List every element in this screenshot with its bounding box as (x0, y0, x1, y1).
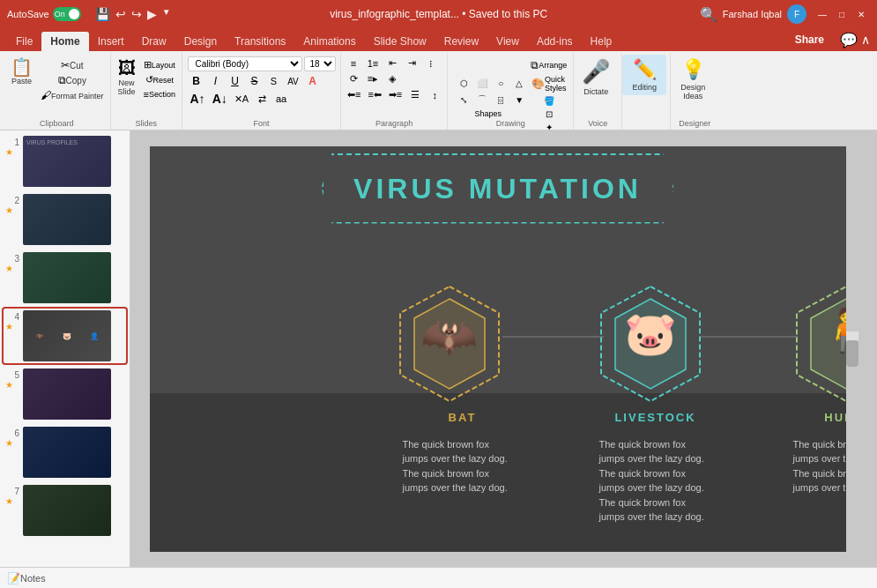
smart-art-button[interactable]: ◈ (383, 72, 401, 86)
autosave-toggle[interactable]: On (53, 7, 81, 21)
quick-styles-button[interactable]: 🎨 QuickStyles (528, 74, 569, 93)
maximize-button[interactable]: □ (833, 5, 851, 23)
layout-button[interactable]: ⊞ Layout (141, 58, 178, 71)
autosave-knob (69, 9, 79, 19)
shapes-label: Shapes (475, 109, 502, 118)
tab-view[interactable]: View (487, 32, 528, 51)
section-button[interactable]: ≡ Section (141, 88, 178, 100)
tab-file[interactable]: File (7, 32, 41, 51)
reset-button[interactable]: ↺ Reset (141, 73, 178, 86)
cut-button[interactable]: ✂ Cut (38, 58, 107, 72)
share-button[interactable]: Share (786, 30, 833, 49)
align-text-button[interactable]: ≡▸ (364, 72, 382, 86)
designer-label: Designer (671, 119, 718, 128)
drawing-label: Drawing (448, 119, 573, 128)
ribbon: 📋 Paste ✂ Cut ⧉ Copy 🖌 Format Painter Cl… (0, 51, 877, 130)
redo-icon[interactable]: ↪ (131, 7, 142, 21)
font-color-button[interactable]: A (304, 74, 322, 88)
font-name-select[interactable]: Calibri (Body) (188, 56, 302, 71)
underline-button[interactable]: U (227, 74, 244, 88)
bold-button[interactable]: B (188, 74, 205, 88)
new-slide-button[interactable]: 🖼 New Slide (115, 56, 139, 98)
bullets-button[interactable]: ≡ (345, 57, 362, 70)
slide-star-1: ★ (5, 147, 19, 157)
undo-icon[interactable]: ↩ (115, 7, 126, 21)
slide-item-3[interactable]: 3 ★ (4, 250, 126, 305)
tab-insert[interactable]: Insert (89, 32, 133, 51)
slide-panel: 1 ★ VIRUS PROFILES 2 ★ 3 ★ 4 (0, 130, 130, 567)
close-button[interactable]: ✕ (852, 5, 870, 23)
shadow-button[interactable]: S (265, 75, 283, 87)
justify[interactable]: ☰ (406, 88, 424, 101)
slide-number-2: 2 (5, 194, 19, 205)
notes-bar[interactable]: 📝 Notes (0, 567, 877, 588)
copy-button[interactable]: ⧉ Copy (38, 73, 107, 87)
align-center[interactable]: ≡⬅ (365, 88, 383, 101)
paragraph-label: Paragraph (341, 119, 447, 128)
align-left[interactable]: ⬅≡ (345, 88, 363, 101)
bat-description: The quick brown fox jumps over the lazy … (403, 437, 517, 495)
tab-design[interactable]: Design (175, 32, 226, 51)
clear-format-button[interactable]: ✕A (232, 93, 251, 106)
tab-animations[interactable]: Animations (294, 32, 364, 51)
tab-addins[interactable]: Add-ins (528, 32, 582, 51)
char-spacing-button[interactable]: AV (285, 76, 302, 87)
convert-button[interactable]: aa (272, 93, 290, 105)
clipboard-group: 📋 Paste ✂ Cut ⧉ Copy 🖌 Format Painter Cl… (4, 53, 111, 130)
tab-help[interactable]: Help (582, 32, 621, 51)
italic-button[interactable]: I (207, 74, 225, 88)
human-icon: 🧍 (806, 306, 846, 355)
decrease-indent-button[interactable]: ⇤ (383, 56, 401, 70)
slide-item-7[interactable]: 7 ★ (4, 483, 126, 538)
tab-slideshow[interactable]: Slide Show (365, 32, 435, 51)
tab-home[interactable]: Home (41, 32, 88, 51)
slide-thumb-1: VIRUS PROFILES (23, 136, 111, 187)
save-icon[interactable]: 💾 (95, 7, 110, 21)
font-size-increase[interactable]: A↑ (188, 91, 208, 107)
paste-button[interactable]: 📋 Paste (7, 56, 36, 87)
slide-item-5[interactable]: 5 ★ (4, 367, 126, 421)
customize-icon[interactable]: ▼ (162, 7, 171, 21)
dictate-button[interactable]: 🎤 Dictate (574, 55, 618, 100)
text-direction2-button[interactable]: ⟳ (345, 72, 362, 86)
notes-label: Notes (20, 573, 46, 584)
design-ideas-button[interactable]: 💡 Design Ideas (671, 55, 715, 104)
format-painter-button[interactable]: 🖌 Format Painter (38, 88, 107, 102)
tab-transitions[interactable]: Transitions (226, 32, 294, 51)
slide-item-6[interactable]: 6 ★ (4, 425, 126, 480)
user-avatar[interactable]: F (787, 4, 806, 24)
align-right[interactable]: ➡≡ (386, 88, 405, 101)
shape-fill-button[interactable]: 🪣 (528, 95, 569, 107)
tab-review[interactable]: Review (435, 32, 487, 51)
font-size-select[interactable]: 18 (304, 56, 336, 71)
increase-indent-button[interactable]: ⇥ (403, 56, 420, 70)
present-icon[interactable]: ▶ (147, 7, 157, 21)
slide-number-7: 7 (5, 485, 19, 496)
comments-icon[interactable]: 💬 (840, 32, 858, 48)
tab-draw[interactable]: Draw (133, 32, 175, 51)
numbering-button[interactable]: 1≡ (364, 57, 382, 70)
slide-item-1[interactable]: 1 ★ VIRUS PROFILES (4, 134, 126, 189)
arrange-button[interactable]: ⧉ Arrange (528, 58, 569, 72)
slide-canvas[interactable]: VIRUS MUTATION 🦇 BAT The quick brown fox… (150, 146, 846, 552)
slide-item-2[interactable]: 2 ★ (4, 192, 126, 247)
clipboard-label: Clipboard (4, 119, 110, 128)
title-bar: AutoSave On 💾 ↩ ↪ ▶ ▼ virus_infographic_… (0, 0, 877, 28)
search-icon[interactable]: 🔍 (700, 6, 717, 23)
editing-button[interactable]: ✏️ Editing (622, 55, 666, 95)
scrollbar-thumb[interactable] (846, 340, 858, 367)
columns-button[interactable]: ⫶ (422, 57, 440, 70)
ribbon-collapse-icon[interactable]: ∧ (861, 33, 870, 47)
strikethrough-button[interactable]: S (246, 74, 264, 88)
slides-group: 🖼 New Slide ⊞ Layout ↺ Reset ≡ Section (111, 53, 182, 130)
slide-item-4[interactable]: 4 ★ 🦇 🐷 👤 (4, 309, 126, 363)
slide-number-6: 6 (5, 427, 19, 438)
vertical-scrollbar[interactable] (846, 331, 858, 367)
font-size-decrease[interactable]: A↓ (210, 91, 230, 107)
line-spacing[interactable]: ↕ (426, 89, 443, 101)
minimize-button[interactable]: — (814, 5, 831, 23)
text-direction-button[interactable]: ⇄ (253, 93, 271, 106)
font-row-1: Calibri (Body) 18 (188, 56, 336, 71)
file-name: virus_infographic_templat... • Saved to … (178, 8, 700, 20)
font-label: Font (182, 119, 340, 128)
